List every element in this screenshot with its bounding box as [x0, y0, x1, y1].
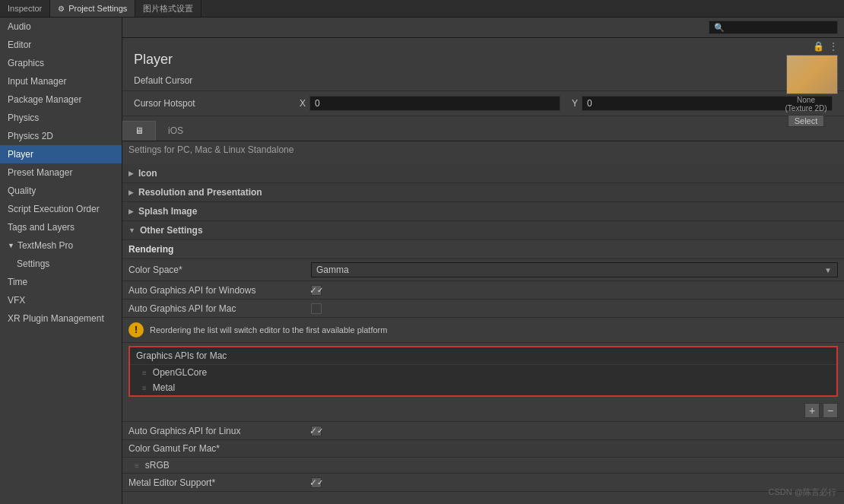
- platform-tabs: 🖥 iOS: [122, 121, 844, 141]
- color-space-row: Color Space* Gamma Linear ▼: [122, 259, 844, 281]
- auto-graphics-mac-label: Auto Graphics API for Mac: [129, 303, 311, 314]
- tab-image-format[interactable]: 图片格式设置: [135, 0, 201, 17]
- sidebar-item-xr-plugin-management[interactable]: XR Plugin Management: [0, 309, 122, 328]
- top-bar: [122, 17, 844, 38]
- sidebar-item-physics-2d[interactable]: Physics 2D: [0, 127, 122, 145]
- plus-button[interactable]: +: [804, 403, 820, 418]
- color-space-label: Color Space*: [129, 265, 311, 275]
- content-area: 🔒 ⋮ None (Texture 2D) Select Player Defa…: [122, 17, 844, 504]
- select-button[interactable]: Select: [788, 115, 825, 127]
- pc-icon: 🖥: [135, 125, 144, 136]
- splash-section-title: Splash Image: [138, 206, 197, 217]
- graphics-api-item-openglcore: ≡ OpenGLCore: [130, 365, 836, 380]
- sidebar-item-graphics[interactable]: Graphics: [0, 54, 122, 72]
- auto-graphics-windows-checkbox[interactable]: ✓: [311, 285, 322, 296]
- auto-graphics-linux-label: Auto Graphics API for Linux: [129, 426, 311, 436]
- project-settings-tab-label: Project Settings: [68, 4, 127, 13]
- icon-section-title: Icon: [138, 168, 157, 179]
- texture-preview-area: 🔒 ⋮ None (Texture 2D) Select: [768, 35, 844, 133]
- tab-project-settings[interactable]: ⚙ Project Settings: [50, 0, 135, 17]
- sidebar-item-textmesh-pro[interactable]: ▼TextMesh Pro: [0, 236, 122, 255]
- color-gamut-header: Color Gamut For Mac*: [122, 440, 844, 458]
- page-title: Player: [134, 52, 833, 68]
- metal-editor-label: Metal Editor Support*: [129, 477, 311, 488]
- sidebar-item-settings[interactable]: Settings: [0, 255, 122, 273]
- project-settings-icon: ⚙: [58, 5, 65, 13]
- sidebar-item-script-execution-order[interactable]: Script Execution Order: [0, 200, 122, 218]
- main-layout: Audio Editor Graphics Input Manager Pack…: [0, 17, 844, 504]
- resolution-section-header[interactable]: ▶ Resolution and Presentation: [122, 183, 844, 202]
- texture-none-label: None: [774, 96, 838, 104]
- openglcore-drag-handle[interactable]: ≡: [142, 369, 147, 377]
- tab-inspector[interactable]: Inspector: [0, 0, 50, 17]
- watermark: CSDN @陈言必行: [769, 487, 836, 498]
- icon-section-header[interactable]: ▶ Icon: [122, 164, 844, 183]
- icon-section-arrow: ▶: [129, 170, 134, 177]
- sidebar-item-preset-manager[interactable]: Preset Manager: [0, 163, 122, 182]
- lock-icon[interactable]: 🔒: [813, 41, 824, 52]
- warning-icon: !: [129, 322, 144, 338]
- sidebar-item-editor[interactable]: Editor: [0, 36, 122, 54]
- color-space-dropdown[interactable]: Gamma Linear: [311, 262, 838, 277]
- sidebar-item-time[interactable]: Time: [0, 273, 122, 291]
- sidebar: Audio Editor Graphics Input Manager Pack…: [0, 17, 122, 504]
- cursor-hotspot-row: Cursor Hotspot X Y: [122, 91, 844, 116]
- splash-section-header[interactable]: ▶ Splash Image: [122, 202, 844, 221]
- resolution-section-title: Resolution and Presentation: [138, 187, 262, 198]
- auto-graphics-linux-row: Auto Graphics API for Linux ✓: [122, 422, 844, 440]
- auto-graphics-linux-checkbox[interactable]: ✓: [311, 426, 322, 436]
- srgb-label: sRGB: [145, 460, 170, 471]
- sidebar-item-player[interactable]: Player: [0, 145, 122, 163]
- hotspot-y-label: Y: [572, 98, 578, 109]
- rendering-label: Rendering: [122, 240, 844, 259]
- other-settings-header[interactable]: ▼ Other Settings: [122, 221, 844, 240]
- hotspot-fields: X Y: [300, 96, 833, 111]
- sidebar-item-audio[interactable]: Audio: [0, 17, 122, 36]
- cursor-hotspot-label: Cursor Hotspot: [134, 98, 300, 109]
- auto-graphics-windows-label: Auto Graphics API for Windows: [129, 285, 311, 296]
- default-cursor-row: Default Cursor: [122, 71, 844, 91]
- sidebar-item-vfx[interactable]: VFX: [0, 291, 122, 309]
- openglcore-label: OpenGLCore: [153, 367, 207, 378]
- color-space-dropdown-wrapper: Gamma Linear ▼: [311, 262, 838, 277]
- splash-arrow: ▶: [129, 208, 134, 215]
- hotspot-x-label: X: [300, 98, 306, 109]
- content-scroll: Player Default Cursor Cursor Hotspot X Y: [122, 38, 844, 504]
- hotspot-x-field: X: [300, 96, 560, 111]
- more-icon[interactable]: ⋮: [829, 41, 838, 52]
- metal-editor-checkbox[interactable]: ✓: [311, 477, 322, 488]
- metal-drag-handle[interactable]: ≡: [142, 384, 147, 392]
- hotspot-x-input[interactable]: [309, 96, 560, 111]
- auto-graphics-mac-checkbox[interactable]: [311, 303, 322, 314]
- texture-type-label: (Texture 2D): [774, 104, 838, 113]
- platform-tab-pc[interactable]: 🖥: [122, 121, 156, 141]
- sidebar-item-physics[interactable]: Physics: [0, 109, 122, 127]
- sidebar-item-package-manager[interactable]: Package Manager: [0, 90, 122, 109]
- warning-text: Reordering the list will switch editor t…: [150, 325, 387, 334]
- plus-minus-row: + −: [122, 400, 844, 422]
- tab-bar: Inspector ⚙ Project Settings 图片格式设置: [0, 0, 844, 17]
- settings-for-label: Settings for PC, Mac & Linux Standalone: [122, 141, 844, 158]
- graphics-api-item-metal: ≡ Metal: [130, 380, 836, 395]
- inspector-tab-label: Inspector: [8, 4, 42, 13]
- srgb-drag-handle[interactable]: ≡: [135, 461, 139, 470]
- sidebar-item-quality[interactable]: Quality: [0, 182, 122, 200]
- graphics-api-header: Graphics APIs for Mac: [130, 347, 836, 365]
- default-cursor-label: Default Cursor: [134, 75, 301, 86]
- platform-tab-ios[interactable]: iOS: [156, 121, 195, 141]
- resolution-arrow: ▶: [129, 189, 134, 196]
- textmesh-arrow-icon: ▼: [8, 239, 14, 252]
- metal-editor-row: Metal Editor Support* ✓: [122, 474, 844, 492]
- metal-label: Metal: [153, 382, 175, 393]
- texture-box: [786, 55, 838, 94]
- sidebar-item-tags-and-layers[interactable]: Tags and Layers: [0, 218, 122, 236]
- srgb-item: ≡ sRGB: [122, 458, 844, 474]
- minus-button[interactable]: −: [823, 403, 838, 418]
- image-format-tab-label: 图片格式设置: [143, 3, 193, 14]
- ios-label: iOS: [168, 125, 183, 136]
- search-input[interactable]: [709, 21, 838, 34]
- sidebar-item-input-manager[interactable]: Input Manager: [0, 72, 122, 90]
- graphics-api-box: Graphics APIs for Mac ≡ OpenGLCore ≡ Met…: [129, 346, 838, 397]
- warning-row: ! Reordering the list will switch editor…: [122, 318, 844, 343]
- other-settings-arrow: ▼: [129, 227, 135, 234]
